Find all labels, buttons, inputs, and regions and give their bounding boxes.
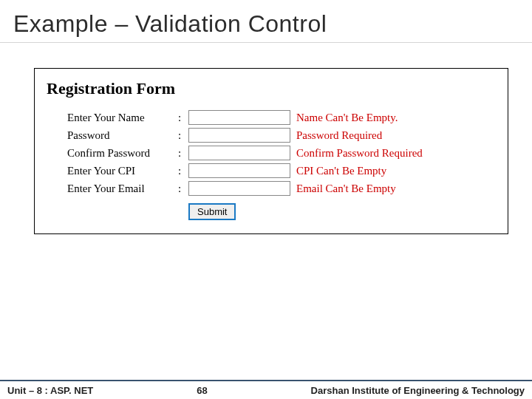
label-cpi: Enter Your CPI [67,165,178,177]
slide-footer: Unit – 8 : ASP. NET 68 Darshan Institute… [0,380,532,399]
form-heading: Registration Form [47,79,497,98]
row-confirm-password: Confirm Password : Confirm Password Requ… [45,146,497,160]
row-email: Enter Your Email : Email Can't Be Empty [45,181,497,196]
colon: : [178,112,188,124]
error-password: Password Required [292,129,382,142]
row-name: Enter Your Name : Name Can't Be Empty. [45,110,497,125]
colon: : [178,147,188,160]
colon: : [178,129,188,142]
error-cpi: CPI Can't Be Empty [292,165,386,177]
label-email: Enter Your Email [67,183,178,195]
footer-page-number: 68 [93,385,310,396]
row-password: Password : Password Required [45,128,497,143]
label-name: Enter Your Name [67,112,178,124]
label-password: Password [67,129,178,142]
slide-title: Example – Validation Control [0,0,532,43]
submit-button[interactable]: Submit [188,203,236,220]
input-password[interactable] [188,128,290,143]
input-confirm-password[interactable] [188,146,290,160]
registration-form-panel: Registration Form Enter Your Name : Name… [34,68,508,234]
label-confirm-password: Confirm Password [67,147,178,160]
error-confirm-password: Confirm Password Required [292,147,423,160]
colon: : [178,183,188,195]
input-cpi[interactable] [188,163,290,178]
error-name: Name Can't Be Empty. [292,112,398,124]
footer-right: Darshan Institute of Engineering & Techn… [311,385,525,396]
error-email: Email Can't Be Empty [292,183,396,195]
colon: : [178,165,188,177]
input-email[interactable] [188,181,290,196]
footer-left: Unit – 8 : ASP. NET [7,385,93,396]
input-name[interactable] [188,110,290,125]
row-cpi: Enter Your CPI : CPI Can't Be Empty [45,163,497,178]
